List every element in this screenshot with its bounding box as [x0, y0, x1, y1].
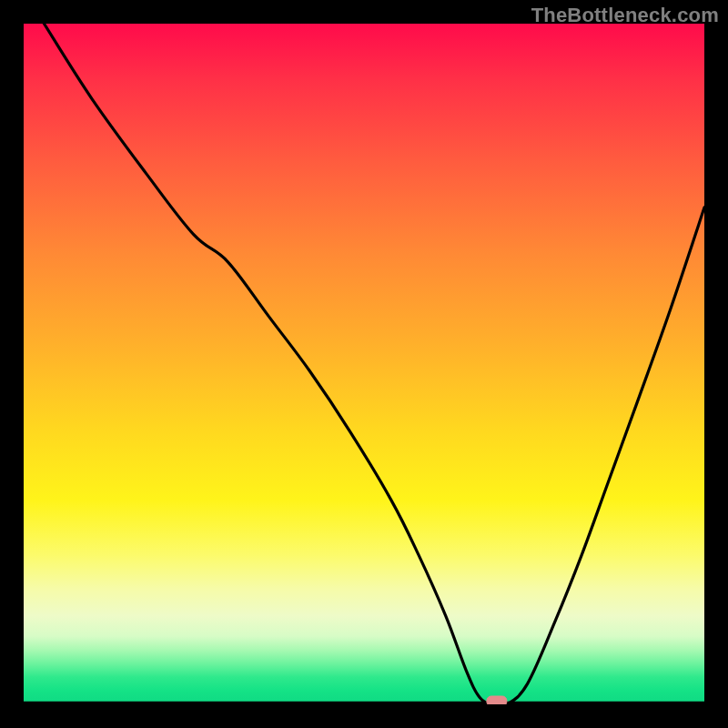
plot-area [24, 24, 704, 704]
bottleneck-curve [44, 24, 704, 704]
chart-frame: TheBottleneck.com [0, 0, 728, 728]
optimal-marker [487, 696, 507, 704]
watermark-text: TheBottleneck.com [531, 4, 719, 27]
curve-layer [24, 24, 704, 704]
